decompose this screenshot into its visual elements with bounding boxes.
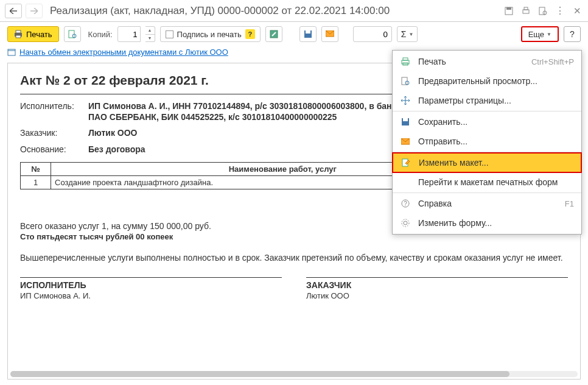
- chevron-down-icon: ▼: [408, 32, 413, 37]
- print-header-icon[interactable]: [520, 5, 532, 17]
- sign-checkbox[interactable]: [166, 30, 173, 38]
- help-button[interactable]: ?: [564, 26, 581, 42]
- page-params-icon: [400, 95, 411, 106]
- menu-separator: [393, 111, 581, 111]
- signature-executor: ИСПОЛНИТЕЛЬ ИП Симонова А. И.: [20, 277, 282, 300]
- save-icon: [304, 30, 312, 38]
- sign-help-badge[interactable]: ?: [245, 29, 255, 39]
- edo-link[interactable]: Начать обмен электронными документами с …: [19, 48, 228, 57]
- sign-label: Подпись и печать: [177, 30, 242, 39]
- sign-stamp-button[interactable]: Подпись и печать ?: [160, 26, 261, 42]
- arrow-right-icon: [30, 8, 38, 14]
- sigma-icon: Σ: [401, 29, 407, 39]
- svg-rect-2: [523, 10, 529, 13]
- toolbar: Печать Копий: ▲▼ Подпись и печать ? Σ ▼ …: [0, 22, 588, 46]
- preview-button[interactable]: [64, 26, 81, 42]
- sig-customer-title: ЗАКАЗЧИК: [306, 280, 568, 290]
- copies-spinner[interactable]: ▲▼: [145, 26, 155, 42]
- save-button[interactable]: [299, 26, 317, 42]
- svg-rect-13: [306, 30, 310, 34]
- sig-executor-title: ИСПОЛНИТЕЛЬ: [20, 280, 282, 290]
- svg-rect-7: [16, 30, 21, 33]
- svg-rect-8: [16, 35, 21, 38]
- nav-forward-button: [26, 4, 43, 18]
- customer-label: Заказчик:: [20, 127, 88, 138]
- menu-edit-layout[interactable]: Изменить макет...: [392, 152, 582, 173]
- printer-icon: [14, 30, 23, 38]
- print-button[interactable]: Печать: [7, 26, 59, 42]
- link-icon: [7, 49, 16, 56]
- copies-input[interactable]: [117, 26, 141, 42]
- sig-executor-name: ИП Симонова А. И.: [20, 291, 282, 300]
- more-header-icon[interactable]: ⋮: [554, 5, 566, 17]
- print-label: Печать: [26, 30, 52, 39]
- col-num: №: [21, 162, 51, 175]
- mail-icon: [326, 30, 334, 38]
- svg-rect-1: [506, 7, 511, 10]
- signature-row: ИСПОЛНИТЕЛЬ ИП Симонова А. И. ЗАКАЗЧИК Л…: [20, 277, 568, 300]
- preview-icon: [68, 30, 77, 38]
- more-dropdown: Печать Ctrl+Shift+P Предварительный прос…: [392, 50, 582, 235]
- copies-label: Копий:: [88, 30, 113, 39]
- edit-button[interactable]: [265, 26, 282, 42]
- more-label: Еще: [528, 30, 544, 39]
- edit-icon: [270, 30, 278, 38]
- spinner-down[interactable]: ▼: [145, 35, 155, 42]
- edit-layout-icon: [401, 157, 411, 168]
- menu-edit-form[interactable]: Изменить форму...: [393, 213, 581, 233]
- svg-rect-17: [403, 58, 408, 60]
- menu-preview[interactable]: Предварительный просмотр...: [393, 71, 581, 91]
- completion-note: Вышеперечисленные услуги выполнены полно…: [20, 252, 568, 264]
- save-header-icon[interactable]: [503, 5, 515, 17]
- save-icon: [400, 116, 411, 127]
- signature-customer: ЗАКАЗЧИК Лютик ООО: [306, 277, 568, 300]
- sigma-button[interactable]: Σ ▼: [397, 26, 418, 42]
- mail-icon: [400, 136, 411, 147]
- close-button[interactable]: ✕: [571, 5, 583, 17]
- horizontal-scrollbar[interactable]: [10, 371, 578, 377]
- chevron-down-icon: ▼: [547, 32, 551, 37]
- svg-text:?: ?: [404, 200, 407, 207]
- menu-help[interactable]: ? Справка F1: [393, 194, 581, 213]
- blank-icon: [400, 177, 411, 188]
- titlebar: Реализация (акт, накладная, УПД) 0000-00…: [0, 0, 588, 22]
- settings-icon: [400, 217, 411, 228]
- svg-point-28: [402, 219, 409, 227]
- menu-goto-layouts[interactable]: Перейти к макетам печатных форм: [393, 172, 581, 192]
- spinner-up[interactable]: ▲: [145, 27, 155, 35]
- send-button[interactable]: [321, 26, 338, 42]
- sig-customer-name: Лютик ООО: [306, 291, 568, 300]
- window-title: Реализация (акт, накладная, УПД) 0000-00…: [50, 5, 499, 17]
- menu-separator: [393, 192, 581, 193]
- help-icon: ?: [400, 198, 411, 209]
- svg-point-27: [404, 221, 407, 225]
- more-button[interactable]: Еще ▼: [521, 26, 559, 42]
- nav-back-button[interactable]: [5, 4, 22, 18]
- svg-rect-22: [403, 118, 408, 121]
- sum-input[interactable]: [353, 26, 392, 42]
- preview-icon: [400, 76, 411, 87]
- menu-page-params[interactable]: Параметры страницы...: [393, 91, 581, 110]
- executor-value: ИП Симонова А. И., ИНН 770102144894, р/с…: [88, 101, 417, 122]
- preview-header-icon[interactable]: [537, 5, 549, 17]
- scrollbar-thumb[interactable]: [10, 371, 509, 377]
- menu-save[interactable]: Сохранить...: [393, 112, 581, 132]
- printer-icon: [400, 56, 411, 67]
- menu-send[interactable]: Отправить...: [393, 132, 581, 151]
- executor-label: Исполнитель:: [20, 101, 88, 111]
- cell-num: 1: [21, 175, 51, 189]
- menu-print[interactable]: Печать Ctrl+Shift+P: [393, 52, 581, 71]
- arrow-left-icon: [10, 8, 17, 14]
- svg-rect-3: [524, 7, 528, 10]
- basis-label: Основание:: [20, 144, 88, 154]
